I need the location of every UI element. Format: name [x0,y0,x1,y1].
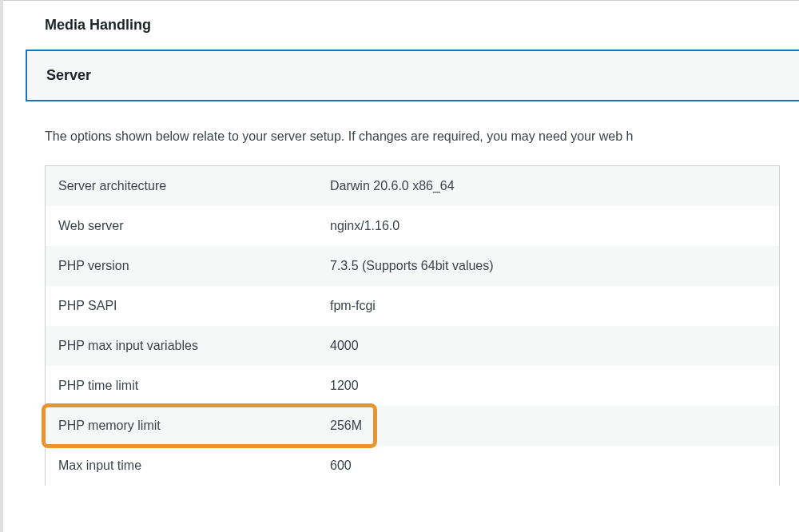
row-label: PHP memory limit [58,419,330,433]
row-value: 1200 [330,379,766,393]
row-value: Darwin 20.6.0 x86_64 [330,179,766,193]
table-row: Server architecture Darwin 20.6.0 x86_64 [46,166,779,206]
table-row: Web server nginx/1.16.0 [46,206,779,246]
media-handling-title: Media Handling [45,17,151,33]
table-row: PHP max input variables 4000 [46,326,779,366]
table-row: PHP version 7.3.5 (Supports 64bit values… [46,246,779,286]
server-description: The options shown below relate to your s… [26,101,799,165]
table-row: PHP time limit 1200 [46,366,779,406]
table-row: Max input time 600 [46,446,779,486]
table-row: PHP memory limit 256M [46,406,779,446]
row-label: Server architecture [58,179,330,193]
row-label: PHP SAPI [58,299,330,313]
section-header-media-handling[interactable]: Media Handling [26,1,799,50]
section-header-server[interactable]: Server [26,50,799,101]
row-label: PHP time limit [58,379,330,393]
table-row: PHP SAPI fpm-fcgi [46,286,779,326]
row-value: 256M [330,419,766,433]
row-value: 7.3.5 (Supports 64bit values) [330,259,766,273]
server-title: Server [46,67,91,83]
server-info-table: Server architecture Darwin 20.6.0 x86_64… [45,165,780,486]
row-value: 4000 [330,339,766,353]
row-label: PHP max input variables [58,339,330,353]
row-value: nginx/1.16.0 [330,219,766,233]
row-label: Max input time [58,459,330,473]
row-label: Web server [58,219,330,233]
row-value: 600 [330,459,766,473]
row-label: PHP version [58,259,330,273]
row-value: fpm-fcgi [330,299,766,313]
